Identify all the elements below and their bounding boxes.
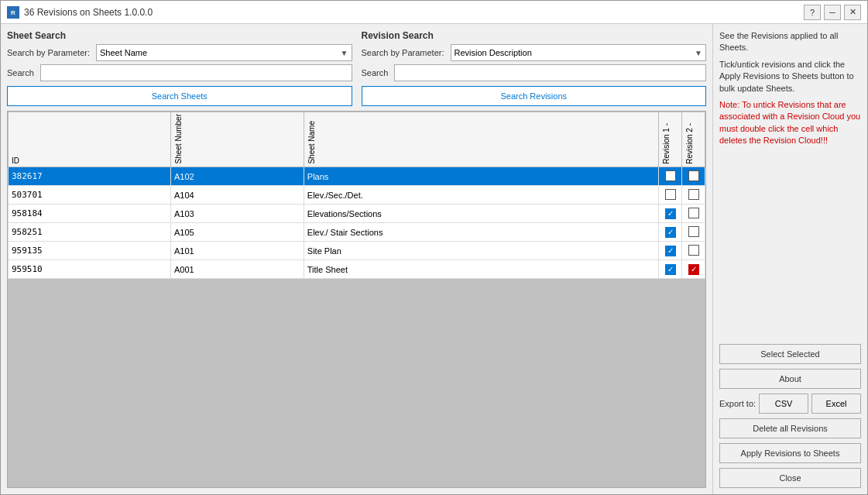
- apply-revisions-button[interactable]: Apply Revisions to Sheets: [719, 443, 861, 463]
- table-row[interactable]: 959510A001Title Sheet: [9, 260, 705, 279]
- revision-param-label: Search by Parameter:: [362, 48, 444, 57]
- cell-sheet-number: A101: [171, 242, 304, 260]
- col-id-label: ID: [12, 156, 19, 165]
- table-row[interactable]: 503701A104Elev./Sec./Det.: [9, 186, 705, 205]
- revision-search-label: Search: [362, 68, 389, 77]
- cell-revision2[interactable]: [682, 223, 705, 242]
- checkbox-revision1[interactable]: [665, 208, 676, 219]
- checkbox-revision2[interactable]: [688, 264, 699, 275]
- info-text-1: See the Revisions applied to all Sheets.: [719, 30, 861, 54]
- checkbox-revision1[interactable]: [665, 189, 676, 200]
- cell-sheet-number: A104: [171, 186, 304, 205]
- close-window-button[interactable]: ✕: [844, 5, 861, 20]
- cell-revision1[interactable]: [659, 260, 682, 279]
- right-panel: See the Revisions applied to all Sheets.…: [712, 24, 867, 494]
- col-rev1-label: Revision 1 -: [662, 123, 671, 164]
- col-rev2-label: Revision 2 -: [685, 123, 694, 164]
- cell-revision2[interactable]: [682, 260, 705, 279]
- grid-area: ID Sheet Number Sheet Name Revision 1 -: [7, 111, 706, 488]
- col-header-sheet-name: Sheet Name: [304, 112, 658, 167]
- revision-param-combo[interactable]: Revision Description ▼: [451, 44, 707, 61]
- main-panel: Sheet Search Search by Parameter: Sheet …: [1, 24, 712, 494]
- checkbox-revision1[interactable]: [665, 264, 676, 275]
- csv-button[interactable]: CSV: [759, 394, 808, 414]
- revision-search-title: Revision Search: [362, 30, 707, 41]
- title-bar-controls: ? ─ ✕: [804, 5, 861, 20]
- app-icon: R: [7, 6, 19, 19]
- revision-combo-arrow: ▼: [695, 49, 702, 57]
- excel-button[interactable]: Excel: [811, 394, 861, 414]
- info-note: Note: To untick Revisions that are assoc…: [719, 99, 861, 147]
- cell-sheet-number: A105: [171, 223, 304, 242]
- sheet-search-section: Sheet Search Search by Parameter: Sheet …: [7, 30, 352, 106]
- cell-id: 958184: [9, 205, 171, 223]
- sheet-search-row: Search: [7, 64, 352, 81]
- sheets-grid: ID Sheet Number Sheet Name Revision 1 -: [8, 112, 705, 279]
- export-label: Export to:: [719, 399, 756, 408]
- sheet-param-combo[interactable]: Sheet Name ▼: [96, 44, 352, 61]
- table-row[interactable]: 958184A103Elevations/Sections: [9, 205, 705, 223]
- cell-revision1[interactable]: [659, 223, 682, 242]
- cell-revision2[interactable]: [682, 186, 705, 205]
- cell-sheet-name: Elevations/Sections: [304, 205, 658, 223]
- cell-revision1[interactable]: [659, 186, 682, 205]
- title-bar-left: R 36 Revisions on Sheets 1.0.0.0: [7, 6, 153, 19]
- sheet-param-value: Sheet Name: [100, 48, 147, 57]
- search-revisions-button[interactable]: Search Revisions: [362, 86, 707, 106]
- delete-revisions-button[interactable]: Delete all Revisions: [719, 418, 861, 438]
- checkbox-revision1[interactable]: [665, 246, 676, 256]
- info-text-2: Tick/untick revisions and click the Appl…: [719, 59, 861, 95]
- search-sheets-button[interactable]: Search Sheets: [7, 86, 352, 106]
- window-title: 36 Revisions on Sheets 1.0.0.0: [24, 7, 153, 18]
- close-button[interactable]: Close: [719, 468, 861, 488]
- checkbox-revision2[interactable]: [688, 226, 699, 237]
- about-button[interactable]: About: [719, 369, 861, 389]
- cell-sheet-number: A001: [171, 260, 304, 279]
- col-sheet-name-label: Sheet Name: [307, 121, 316, 164]
- revision-search-section: Revision Search Search by Parameter: Rev…: [362, 30, 707, 106]
- cell-sheet-name: Elev./ Stair Sections: [304, 223, 658, 242]
- checkbox-revision2[interactable]: [688, 189, 699, 200]
- cell-revision1[interactable]: [659, 242, 682, 260]
- cell-revision2[interactable]: [682, 205, 705, 223]
- table-row[interactable]: 959135A101Site Plan: [9, 242, 705, 260]
- sheet-combo-arrow: ▼: [341, 49, 348, 57]
- cell-id: 959135: [9, 242, 171, 260]
- cell-id: 959510: [9, 260, 171, 279]
- export-row: Export to: CSV Excel: [719, 394, 861, 414]
- revision-param-value: Revision Description: [455, 48, 532, 57]
- cell-sheet-name: Elev./Sec./Det.: [304, 186, 658, 205]
- sheet-search-title: Sheet Search: [7, 30, 352, 41]
- checkbox-revision1[interactable]: [665, 170, 676, 181]
- cell-sheet-name: Plans: [304, 167, 658, 186]
- sheet-param-row: Search by Parameter: Sheet Name ▼: [7, 44, 352, 61]
- minimize-button[interactable]: ─: [824, 5, 841, 20]
- col-sheet-number-label: Sheet Number: [174, 114, 183, 163]
- cell-sheet-name: Title Sheet: [304, 260, 658, 279]
- sheet-param-label: Search by Parameter:: [7, 48, 90, 57]
- cell-revision2[interactable]: [682, 242, 705, 260]
- note-highlight: Note: To untick Revisions that are assoc…: [719, 100, 860, 145]
- cell-id: 958251: [9, 223, 171, 242]
- table-row[interactable]: 958251A105Elev./ Stair Sections: [9, 223, 705, 242]
- col-header-sheet-number: Sheet Number: [171, 112, 304, 167]
- cell-revision1[interactable]: [659, 205, 682, 223]
- checkbox-revision1[interactable]: [665, 227, 676, 238]
- checkbox-revision2[interactable]: [688, 170, 699, 181]
- col-header-revision1: Revision 1 -: [659, 112, 682, 167]
- checkbox-revision2[interactable]: [688, 245, 699, 256]
- sheet-search-label: Search: [7, 68, 34, 77]
- revision-search-row: Search: [362, 64, 707, 81]
- checkbox-revision2[interactable]: [688, 208, 699, 218]
- cell-revision2[interactable]: [682, 167, 705, 186]
- table-row[interactable]: 382617A102Plans: [9, 167, 705, 186]
- help-button[interactable]: ?: [804, 5, 821, 20]
- sheet-search-input[interactable]: [40, 64, 352, 81]
- select-selected-button[interactable]: Select Selected: [719, 344, 861, 364]
- col-header-id: ID: [9, 112, 171, 167]
- revision-search-input[interactable]: [394, 64, 706, 81]
- col-header-revision2: Revision 2 -: [682, 112, 705, 167]
- main-window: R 36 Revisions on Sheets 1.0.0.0 ? ─ ✕ S…: [0, 0, 868, 495]
- spacer: [719, 152, 861, 339]
- cell-revision1[interactable]: [659, 167, 682, 186]
